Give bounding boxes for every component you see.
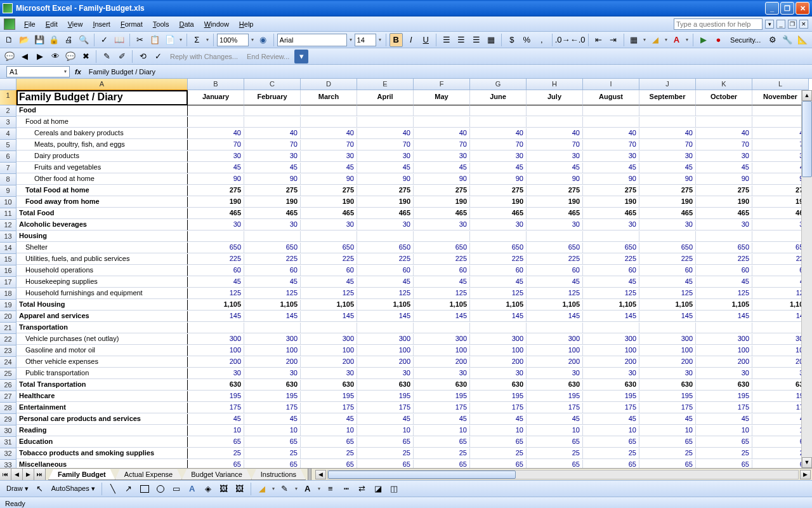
cell-H16[interactable]: 60 (527, 265, 583, 276)
cell-G13[interactable] (470, 231, 527, 242)
menu-view[interactable]: View (63, 18, 88, 30)
sheet-tab-budget-variance[interactable]: Budget Variance (181, 469, 252, 480)
last-sheet-icon[interactable]: ⏭ (34, 469, 46, 480)
cell-A26[interactable]: Total Transportation (16, 380, 188, 391)
cell-J9[interactable]: 275 (639, 185, 696, 196)
cell-I19[interactable]: 1,105 (583, 300, 639, 311)
cell-G31[interactable]: 65 (470, 437, 527, 448)
cell-I5[interactable]: 70 (583, 140, 639, 150)
cell-F26[interactable]: 630 (414, 380, 470, 391)
cell-I24[interactable]: 200 (583, 357, 639, 368)
next-sheet-icon[interactable]: ▶ (23, 469, 34, 480)
cell-G24[interactable]: 200 (470, 357, 527, 368)
cell-G18[interactable]: 125 (470, 288, 527, 299)
cell-I3[interactable] (583, 117, 639, 128)
cell-K1[interactable]: October (696, 90, 752, 105)
cell-E15[interactable]: 225 (357, 254, 414, 265)
draw-menu[interactable]: Draw ▾ (4, 485, 31, 493)
cell-A9[interactable]: Total Food at home (16, 185, 188, 196)
select-arrow-icon[interactable]: ↖ (33, 482, 47, 496)
delete-comment-icon[interactable]: ✖ (79, 50, 93, 64)
cell-E19[interactable]: 1,105 (357, 300, 414, 311)
row-header-2[interactable]: 2 (0, 105, 16, 117)
cell-K23[interactable]: 100 (696, 345, 752, 356)
fill-draw-dropdown-icon[interactable]: ▾ (271, 486, 276, 491)
vertical-scrollbar[interactable]: ▲ ▼ (801, 90, 812, 468)
row-header-18[interactable]: 18 (0, 288, 16, 300)
cell-F18[interactable]: 125 (414, 288, 470, 299)
cell-K6[interactable]: 30 (696, 151, 752, 162)
cell-B30[interactable]: 10 (188, 425, 244, 436)
cell-C9[interactable]: 275 (244, 185, 301, 196)
cell-E10[interactable]: 190 (357, 197, 414, 208)
horizontal-scrollbar[interactable] (327, 470, 799, 479)
cell-G16[interactable]: 60 (470, 265, 527, 276)
cell-I25[interactable]: 30 (583, 368, 639, 379)
fontsize-combo[interactable] (355, 34, 376, 46)
cell-A8[interactable]: Other food at home (16, 174, 188, 185)
cell-E3[interactable] (357, 117, 414, 128)
cell-H9[interactable]: 275 (527, 185, 583, 196)
cell-F30[interactable]: 10 (414, 425, 470, 436)
cell-K14[interactable]: 650 (696, 243, 752, 253)
cell-A7[interactable]: Fruits and vegetables (16, 163, 188, 173)
cell-K27[interactable]: 195 (696, 391, 752, 402)
cell-H31[interactable]: 65 (527, 437, 583, 448)
cell-J1[interactable]: September (639, 90, 696, 105)
cell-D33[interactable]: 65 (301, 460, 357, 468)
font-color-icon[interactable]: A (670, 33, 684, 47)
cell-H7[interactable]: 45 (527, 163, 583, 173)
cell-G8[interactable]: 90 (470, 174, 527, 185)
cell-D24[interactable]: 200 (301, 357, 357, 368)
cell-K4[interactable]: 40 (696, 128, 752, 139)
column-header-L[interactable]: L (752, 79, 809, 90)
cell-I10[interactable]: 190 (583, 197, 639, 208)
cell-G7[interactable]: 45 (470, 163, 527, 173)
cell-F33[interactable]: 65 (414, 460, 470, 468)
clipart-icon[interactable]: 🖼 (217, 482, 231, 496)
minimize-button[interactable]: _ (765, 2, 779, 15)
cell-A18[interactable]: Household furnishings and equipment (16, 288, 188, 299)
cell-L26[interactable]: 63( (752, 380, 809, 391)
cell-F17[interactable]: 45 (414, 277, 470, 288)
menu-file[interactable]: File (19, 18, 41, 30)
maximize-button[interactable]: ❐ (780, 2, 794, 15)
autoshapes-menu[interactable]: AutoShapes ▾ (49, 485, 98, 493)
cell-F25[interactable]: 30 (414, 368, 470, 379)
row-header-16[interactable]: 16 (0, 265, 16, 277)
cell-C17[interactable]: 45 (244, 277, 301, 288)
cell-D8[interactable]: 90 (301, 174, 357, 185)
cell-C22[interactable]: 300 (244, 334, 301, 345)
cell-J19[interactable]: 1,105 (639, 300, 696, 311)
3d-icon[interactable]: ◫ (387, 482, 401, 496)
cell-L4[interactable]: 4( (752, 128, 809, 139)
cell-K2[interactable] (696, 105, 752, 116)
cell-J21[interactable] (639, 323, 696, 333)
cell-E8[interactable]: 90 (357, 174, 414, 185)
cell-B20[interactable]: 145 (188, 311, 244, 322)
show-all-comments-icon[interactable]: 💬 (63, 50, 77, 64)
cell-J23[interactable]: 100 (639, 345, 696, 356)
arrow-style-icon[interactable]: ⇄ (355, 482, 369, 496)
cell-G30[interactable]: 10 (470, 425, 527, 436)
scroll-down-icon[interactable]: ▼ (802, 457, 812, 468)
cell-B19[interactable]: 1,105 (188, 300, 244, 311)
cell-K8[interactable]: 90 (696, 174, 752, 185)
column-header-G[interactable]: G (470, 79, 527, 90)
cell-J7[interactable]: 45 (639, 163, 696, 173)
cell-G20[interactable]: 145 (470, 311, 527, 322)
sheet-tab-instructions[interactable]: Instructions (251, 469, 306, 480)
cell-B8[interactable]: 90 (188, 174, 244, 185)
increase-decimal-icon[interactable]: .0→ (556, 33, 570, 47)
cell-E2[interactable] (357, 105, 414, 116)
cell-D26[interactable]: 630 (301, 380, 357, 391)
cell-K24[interactable]: 200 (696, 357, 752, 368)
row-header-1[interactable]: 1 (0, 90, 16, 105)
cell-H23[interactable]: 100 (527, 345, 583, 356)
cell-F14[interactable]: 650 (414, 243, 470, 253)
cell-A24[interactable]: Other vehicle expenses (16, 357, 188, 368)
cell-I18[interactable]: 125 (583, 288, 639, 299)
cell-C27[interactable]: 195 (244, 391, 301, 402)
cell-J28[interactable]: 175 (639, 403, 696, 413)
cell-E24[interactable]: 200 (357, 357, 414, 368)
